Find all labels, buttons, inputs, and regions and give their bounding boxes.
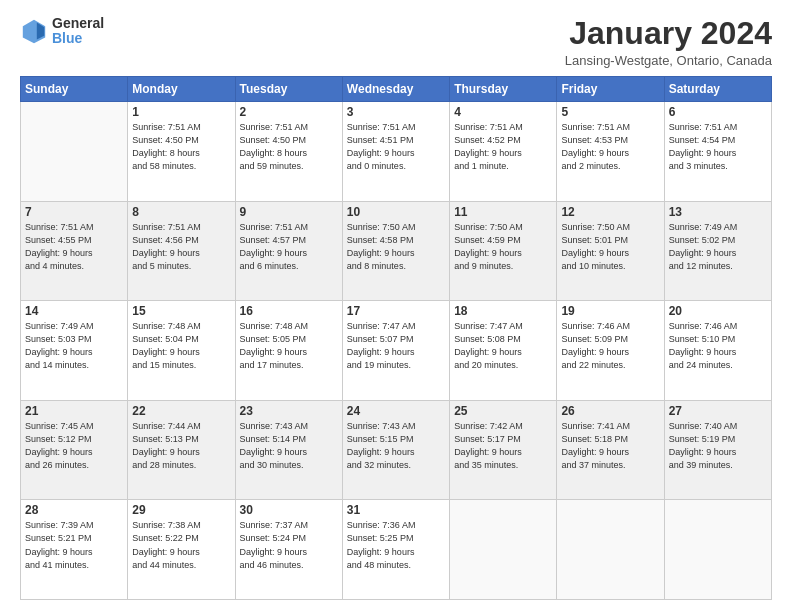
calendar-week-row-1: 1Sunrise: 7:51 AM Sunset: 4:50 PM Daylig…	[21, 102, 772, 202]
calendar-cell: 5Sunrise: 7:51 AM Sunset: 4:53 PM Daylig…	[557, 102, 664, 202]
day-number: 12	[561, 205, 659, 219]
day-info: Sunrise: 7:47 AM Sunset: 5:07 PM Dayligh…	[347, 320, 445, 372]
day-info: Sunrise: 7:50 AM Sunset: 4:59 PM Dayligh…	[454, 221, 552, 273]
day-info: Sunrise: 7:48 AM Sunset: 5:04 PM Dayligh…	[132, 320, 230, 372]
day-info: Sunrise: 7:40 AM Sunset: 5:19 PM Dayligh…	[669, 420, 767, 472]
day-number: 30	[240, 503, 338, 517]
day-number: 3	[347, 105, 445, 119]
logo-general-label: General	[52, 16, 104, 31]
day-number: 29	[132, 503, 230, 517]
calendar-cell: 21Sunrise: 7:45 AM Sunset: 5:12 PM Dayli…	[21, 400, 128, 500]
calendar-cell: 9Sunrise: 7:51 AM Sunset: 4:57 PM Daylig…	[235, 201, 342, 301]
calendar-cell: 22Sunrise: 7:44 AM Sunset: 5:13 PM Dayli…	[128, 400, 235, 500]
calendar-cell: 19Sunrise: 7:46 AM Sunset: 5:09 PM Dayli…	[557, 301, 664, 401]
calendar-cell: 10Sunrise: 7:50 AM Sunset: 4:58 PM Dayli…	[342, 201, 449, 301]
calendar-header-row: SundayMondayTuesdayWednesdayThursdayFrid…	[21, 77, 772, 102]
calendar-header-thursday: Thursday	[450, 77, 557, 102]
day-number: 7	[25, 205, 123, 219]
calendar-cell	[21, 102, 128, 202]
day-number: 11	[454, 205, 552, 219]
day-number: 24	[347, 404, 445, 418]
logo-icon	[20, 17, 48, 45]
day-info: Sunrise: 7:42 AM Sunset: 5:17 PM Dayligh…	[454, 420, 552, 472]
day-number: 6	[669, 105, 767, 119]
day-info: Sunrise: 7:45 AM Sunset: 5:12 PM Dayligh…	[25, 420, 123, 472]
logo-text: General Blue	[52, 16, 104, 47]
calendar-cell: 7Sunrise: 7:51 AM Sunset: 4:55 PM Daylig…	[21, 201, 128, 301]
calendar-week-row-3: 14Sunrise: 7:49 AM Sunset: 5:03 PM Dayli…	[21, 301, 772, 401]
day-info: Sunrise: 7:43 AM Sunset: 5:14 PM Dayligh…	[240, 420, 338, 472]
calendar-header-monday: Monday	[128, 77, 235, 102]
day-number: 18	[454, 304, 552, 318]
day-info: Sunrise: 7:51 AM Sunset: 4:50 PM Dayligh…	[240, 121, 338, 173]
calendar-header-friday: Friday	[557, 77, 664, 102]
calendar-cell: 4Sunrise: 7:51 AM Sunset: 4:52 PM Daylig…	[450, 102, 557, 202]
day-info: Sunrise: 7:39 AM Sunset: 5:21 PM Dayligh…	[25, 519, 123, 571]
calendar-cell: 17Sunrise: 7:47 AM Sunset: 5:07 PM Dayli…	[342, 301, 449, 401]
title-block: January 2024 Lansing-Westgate, Ontario, …	[565, 16, 772, 68]
header: General Blue January 2024 Lansing-Westga…	[20, 16, 772, 68]
calendar-cell: 8Sunrise: 7:51 AM Sunset: 4:56 PM Daylig…	[128, 201, 235, 301]
day-info: Sunrise: 7:36 AM Sunset: 5:25 PM Dayligh…	[347, 519, 445, 571]
calendar-cell: 12Sunrise: 7:50 AM Sunset: 5:01 PM Dayli…	[557, 201, 664, 301]
day-number: 22	[132, 404, 230, 418]
day-info: Sunrise: 7:51 AM Sunset: 4:50 PM Dayligh…	[132, 121, 230, 173]
day-info: Sunrise: 7:46 AM Sunset: 5:09 PM Dayligh…	[561, 320, 659, 372]
day-number: 4	[454, 105, 552, 119]
calendar-cell: 20Sunrise: 7:46 AM Sunset: 5:10 PM Dayli…	[664, 301, 771, 401]
day-info: Sunrise: 7:51 AM Sunset: 4:54 PM Dayligh…	[669, 121, 767, 173]
calendar-cell	[450, 500, 557, 600]
day-number: 14	[25, 304, 123, 318]
calendar-cell: 11Sunrise: 7:50 AM Sunset: 4:59 PM Dayli…	[450, 201, 557, 301]
day-info: Sunrise: 7:51 AM Sunset: 4:52 PM Dayligh…	[454, 121, 552, 173]
calendar-cell: 26Sunrise: 7:41 AM Sunset: 5:18 PM Dayli…	[557, 400, 664, 500]
logo: General Blue	[20, 16, 104, 47]
calendar-cell: 25Sunrise: 7:42 AM Sunset: 5:17 PM Dayli…	[450, 400, 557, 500]
calendar-cell	[664, 500, 771, 600]
day-info: Sunrise: 7:41 AM Sunset: 5:18 PM Dayligh…	[561, 420, 659, 472]
calendar-cell: 24Sunrise: 7:43 AM Sunset: 5:15 PM Dayli…	[342, 400, 449, 500]
day-number: 15	[132, 304, 230, 318]
day-info: Sunrise: 7:44 AM Sunset: 5:13 PM Dayligh…	[132, 420, 230, 472]
calendar-cell: 2Sunrise: 7:51 AM Sunset: 4:50 PM Daylig…	[235, 102, 342, 202]
day-info: Sunrise: 7:47 AM Sunset: 5:08 PM Dayligh…	[454, 320, 552, 372]
day-number: 5	[561, 105, 659, 119]
calendar-cell: 30Sunrise: 7:37 AM Sunset: 5:24 PM Dayli…	[235, 500, 342, 600]
day-info: Sunrise: 7:50 AM Sunset: 4:58 PM Dayligh…	[347, 221, 445, 273]
day-number: 2	[240, 105, 338, 119]
calendar-cell: 6Sunrise: 7:51 AM Sunset: 4:54 PM Daylig…	[664, 102, 771, 202]
day-info: Sunrise: 7:49 AM Sunset: 5:03 PM Dayligh…	[25, 320, 123, 372]
day-number: 27	[669, 404, 767, 418]
day-number: 16	[240, 304, 338, 318]
calendar-cell: 14Sunrise: 7:49 AM Sunset: 5:03 PM Dayli…	[21, 301, 128, 401]
calendar-cell: 23Sunrise: 7:43 AM Sunset: 5:14 PM Dayli…	[235, 400, 342, 500]
day-info: Sunrise: 7:49 AM Sunset: 5:02 PM Dayligh…	[669, 221, 767, 273]
day-number: 19	[561, 304, 659, 318]
page: General Blue January 2024 Lansing-Westga…	[0, 0, 792, 612]
day-number: 28	[25, 503, 123, 517]
day-number: 1	[132, 105, 230, 119]
day-number: 10	[347, 205, 445, 219]
day-info: Sunrise: 7:38 AM Sunset: 5:22 PM Dayligh…	[132, 519, 230, 571]
day-number: 26	[561, 404, 659, 418]
calendar-cell: 18Sunrise: 7:47 AM Sunset: 5:08 PM Dayli…	[450, 301, 557, 401]
day-number: 21	[25, 404, 123, 418]
calendar-cell: 15Sunrise: 7:48 AM Sunset: 5:04 PM Dayli…	[128, 301, 235, 401]
day-number: 25	[454, 404, 552, 418]
day-info: Sunrise: 7:51 AM Sunset: 4:51 PM Dayligh…	[347, 121, 445, 173]
calendar-header-sunday: Sunday	[21, 77, 128, 102]
day-info: Sunrise: 7:43 AM Sunset: 5:15 PM Dayligh…	[347, 420, 445, 472]
subtitle: Lansing-Westgate, Ontario, Canada	[565, 53, 772, 68]
main-title: January 2024	[565, 16, 772, 51]
day-number: 23	[240, 404, 338, 418]
day-number: 9	[240, 205, 338, 219]
day-info: Sunrise: 7:46 AM Sunset: 5:10 PM Dayligh…	[669, 320, 767, 372]
day-info: Sunrise: 7:51 AM Sunset: 4:55 PM Dayligh…	[25, 221, 123, 273]
day-info: Sunrise: 7:51 AM Sunset: 4:53 PM Dayligh…	[561, 121, 659, 173]
day-info: Sunrise: 7:50 AM Sunset: 5:01 PM Dayligh…	[561, 221, 659, 273]
calendar-week-row-5: 28Sunrise: 7:39 AM Sunset: 5:21 PM Dayli…	[21, 500, 772, 600]
calendar-week-row-2: 7Sunrise: 7:51 AM Sunset: 4:55 PM Daylig…	[21, 201, 772, 301]
calendar-cell: 16Sunrise: 7:48 AM Sunset: 5:05 PM Dayli…	[235, 301, 342, 401]
day-number: 13	[669, 205, 767, 219]
day-number: 31	[347, 503, 445, 517]
